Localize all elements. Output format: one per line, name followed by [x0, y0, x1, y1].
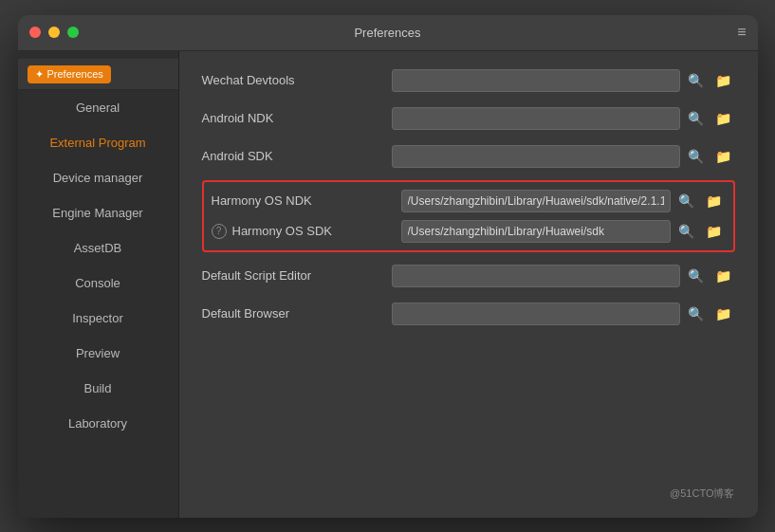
default-script-input[interactable] — [392, 265, 680, 287]
content-area: ✦ Preferences General External Program D… — [18, 51, 758, 518]
harmony-ndk-label: Harmony OS NDK — [212, 193, 401, 208]
breadcrumb-tag[interactable]: ✦ Preferences — [28, 65, 111, 83]
wechat-input-group: 🔍 📁 — [392, 69, 735, 92]
default-script-search-btn[interactable]: 🔍 — [684, 266, 708, 285]
sidebar-item-engine-manager[interactable]: Engine Manager — [24, 196, 173, 229]
harmony-sdk-search-btn[interactable]: 🔍 — [674, 222, 698, 241]
harmony-highlighted-section: Harmony OS NDK 🔍 📁 ? Harmony OS SDK — [202, 180, 735, 252]
default-script-input-group: 🔍 📁 — [392, 265, 735, 287]
default-browser-folder-btn[interactable]: 📁 — [711, 304, 735, 323]
maximize-button[interactable] — [67, 27, 79, 38]
default-script-folder-btn[interactable]: 📁 — [711, 266, 735, 285]
breadcrumb-icon: ✦ — [35, 68, 44, 81]
window-title: Preferences — [354, 26, 420, 40]
breadcrumb-label: Preferences — [47, 68, 103, 80]
sidebar-item-console[interactable]: Console — [24, 266, 173, 300]
android-sdk-input[interactable] — [392, 145, 680, 168]
default-script-row: Default Script Editor 🔍 📁 — [202, 262, 735, 290]
titlebar: Preferences ≡ — [18, 15, 758, 51]
harmony-ndk-input[interactable] — [401, 190, 671, 212]
android-ndk-search-btn[interactable]: 🔍 — [684, 109, 708, 128]
android-ndk-row: Android NDK 🔍 📁 — [202, 104, 735, 133]
default-browser-search-btn[interactable]: 🔍 — [684, 304, 708, 323]
sidebar: ✦ Preferences General External Program D… — [18, 51, 179, 518]
android-ndk-input[interactable] — [392, 107, 680, 130]
harmony-ndk-input-group: 🔍 📁 — [401, 190, 726, 212]
minimize-button[interactable] — [48, 27, 60, 38]
android-sdk-search-btn[interactable]: 🔍 — [684, 147, 708, 166]
menu-icon[interactable]: ≡ — [737, 24, 746, 41]
default-browser-label: Default Browser — [202, 306, 392, 321]
sidebar-item-device-manager[interactable]: Device manager — [24, 161, 173, 194]
sidebar-item-inspector[interactable]: Inspector — [24, 302, 173, 335]
harmony-sdk-input-group: 🔍 📁 — [401, 220, 726, 243]
harmony-ndk-folder-btn[interactable]: 📁 — [702, 192, 726, 211]
watermark: @51CTO博客 — [670, 486, 734, 501]
wechat-row: Wechat Devtools 🔍 📁 — [202, 66, 735, 95]
breadcrumb-bar: ✦ Preferences — [18, 59, 178, 90]
default-script-label: Default Script Editor — [202, 268, 392, 283]
traffic-lights — [29, 27, 79, 38]
sidebar-item-external-program[interactable]: External Program — [24, 126, 173, 159]
wechat-label: Wechat Devtools — [202, 73, 392, 87]
harmony-sdk-input[interactable] — [401, 220, 671, 243]
android-sdk-row: Android SDK 🔍 📁 — [202, 142, 735, 171]
android-ndk-folder-btn[interactable]: 📁 — [711, 109, 735, 128]
wechat-search-btn[interactable]: 🔍 — [684, 71, 708, 90]
sidebar-item-preview[interactable]: Preview — [24, 337, 173, 370]
main-content: Wechat Devtools 🔍 📁 Android NDK 🔍 📁 An — [179, 51, 758, 518]
wechat-input[interactable] — [392, 69, 680, 92]
sidebar-item-laboratory[interactable]: Laboratory — [24, 407, 173, 440]
android-ndk-input-group: 🔍 📁 — [392, 107, 735, 130]
harmony-sdk-folder-btn[interactable]: 📁 — [702, 222, 726, 241]
android-sdk-input-group: 🔍 📁 — [392, 145, 735, 168]
close-button[interactable] — [29, 27, 41, 38]
harmony-ndk-row: Harmony OS NDK 🔍 📁 — [204, 186, 733, 216]
harmony-sdk-row: ? Harmony OS SDK 🔍 📁 — [204, 216, 733, 247]
default-browser-input-group: 🔍 📁 — [392, 303, 735, 325]
preferences-window: Preferences ≡ ✦ Preferences General Exte… — [18, 15, 758, 518]
sidebar-item-build[interactable]: Build — [24, 372, 173, 405]
android-sdk-folder-btn[interactable]: 📁 — [711, 147, 735, 166]
harmony-sdk-label: ? Harmony OS SDK — [212, 224, 401, 239]
harmony-ndk-search-btn[interactable]: 🔍 — [674, 192, 698, 211]
default-browser-input[interactable] — [392, 303, 680, 325]
default-browser-row: Default Browser 🔍 📁 — [202, 300, 735, 328]
sidebar-item-general[interactable]: General — [24, 91, 173, 124]
wechat-folder-btn[interactable]: 📁 — [711, 71, 735, 90]
android-sdk-label: Android SDK — [202, 149, 392, 163]
sidebar-item-assetdb[interactable]: AssetDB — [24, 231, 173, 265]
harmony-sdk-help-icon[interactable]: ? — [212, 224, 227, 239]
android-ndk-label: Android NDK — [202, 111, 392, 125]
